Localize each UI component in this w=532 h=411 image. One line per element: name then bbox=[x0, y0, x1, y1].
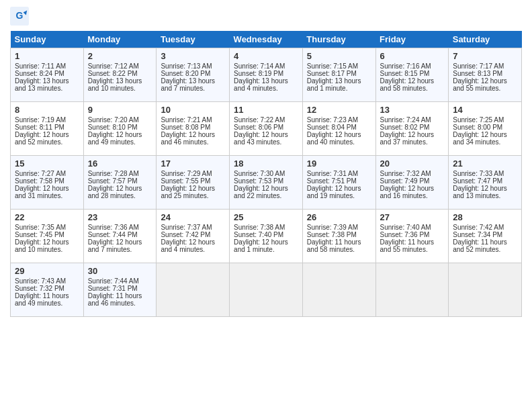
day-info: Daylight: 11 hours bbox=[307, 238, 371, 246]
day-info: and 7 minutes. bbox=[161, 85, 225, 92]
day-info: Sunset: 7:32 PM bbox=[15, 285, 79, 292]
day-number: 8 bbox=[15, 105, 79, 115]
day-info: and 52 minutes. bbox=[453, 246, 517, 253]
calendar-cell: 14Sunrise: 7:25 AMSunset: 8:00 PMDayligh… bbox=[449, 102, 522, 156]
day-number: 20 bbox=[380, 158, 445, 169]
day-info: and 19 minutes. bbox=[307, 192, 371, 199]
day-number: 28 bbox=[453, 212, 517, 222]
day-info: Sunrise: 7:19 AM bbox=[15, 116, 79, 124]
calendar-cell: 23Sunrise: 7:36 AMSunset: 7:44 PMDayligh… bbox=[83, 210, 157, 263]
day-info: Sunrise: 7:42 AM bbox=[453, 224, 517, 231]
day-number: 3 bbox=[161, 51, 225, 61]
calendar-cell: 5Sunrise: 7:15 AMSunset: 8:17 PMDaylight… bbox=[302, 48, 375, 102]
day-info: Sunset: 8:00 PM bbox=[453, 124, 517, 131]
day-number: 18 bbox=[234, 158, 298, 169]
day-info: Daylight: 13 hours bbox=[88, 77, 152, 85]
day-info: and 40 minutes. bbox=[307, 138, 371, 146]
calendar-cell: 26Sunrise: 7:39 AMSunset: 7:38 PMDayligh… bbox=[302, 210, 375, 263]
day-info: Sunset: 7:40 PM bbox=[234, 231, 298, 238]
day-number: 7 bbox=[453, 51, 517, 61]
day-info: and 49 minutes. bbox=[88, 138, 152, 146]
day-number: 24 bbox=[161, 212, 225, 222]
day-info: Sunset: 7:36 PM bbox=[380, 231, 445, 238]
day-info: Sunset: 7:34 PM bbox=[453, 231, 517, 238]
day-info: Sunrise: 7:39 AM bbox=[307, 224, 371, 231]
day-info: Sunset: 7:44 PM bbox=[88, 231, 152, 238]
day-info: and 25 minutes. bbox=[161, 192, 225, 199]
day-info: and 1 minute. bbox=[307, 85, 371, 92]
day-info: Daylight: 12 hours bbox=[161, 238, 225, 246]
day-info: Sunrise: 7:36 AM bbox=[88, 224, 152, 231]
day-info: Sunset: 7:55 PM bbox=[161, 177, 225, 185]
calendar-cell: 20Sunrise: 7:32 AMSunset: 7:49 PMDayligh… bbox=[375, 156, 449, 210]
day-info: Daylight: 13 hours bbox=[161, 77, 225, 85]
day-info: and 4 minutes. bbox=[234, 85, 298, 92]
calendar-cell: 8Sunrise: 7:19 AMSunset: 8:11 PMDaylight… bbox=[11, 102, 84, 156]
day-info: Daylight: 13 hours bbox=[15, 77, 79, 85]
day-info: Sunset: 8:02 PM bbox=[380, 124, 445, 131]
day-info: Sunset: 8:10 PM bbox=[88, 124, 152, 131]
day-info: and 52 minutes. bbox=[15, 138, 79, 146]
day-info: Sunset: 7:31 PM bbox=[88, 285, 152, 292]
day-info: Sunrise: 7:40 AM bbox=[380, 224, 445, 231]
day-info: Daylight: 12 hours bbox=[161, 131, 225, 138]
day-info: and 1 minute. bbox=[234, 246, 298, 253]
weekday-header-thursday: Thursday bbox=[302, 31, 375, 48]
day-info: Sunrise: 7:32 AM bbox=[380, 170, 445, 177]
day-info: Sunset: 7:51 PM bbox=[307, 177, 371, 185]
calendar-cell bbox=[230, 263, 303, 317]
day-number: 23 bbox=[88, 212, 152, 222]
day-info: and 43 minutes. bbox=[234, 138, 298, 146]
day-info: Sunrise: 7:24 AM bbox=[380, 116, 445, 124]
day-number: 27 bbox=[380, 212, 445, 222]
day-info: Sunrise: 7:29 AM bbox=[161, 170, 225, 177]
weekday-header-friday: Friday bbox=[375, 31, 449, 48]
day-info: Sunrise: 7:14 AM bbox=[234, 62, 298, 70]
day-number: 13 bbox=[380, 105, 445, 115]
day-info: Sunrise: 7:28 AM bbox=[88, 170, 152, 177]
day-info: and 13 minutes. bbox=[15, 85, 79, 92]
day-info: Daylight: 12 hours bbox=[15, 131, 79, 138]
day-info: and 46 minutes. bbox=[88, 300, 152, 307]
day-info: Daylight: 12 hours bbox=[234, 238, 298, 246]
day-info: and 37 minutes. bbox=[380, 138, 445, 146]
calendar-table: SundayMondayTuesdayWednesdayThursdayFrid… bbox=[10, 31, 522, 317]
day-info: Sunrise: 7:20 AM bbox=[88, 116, 152, 124]
day-info: and 28 minutes. bbox=[88, 192, 152, 199]
day-info: Sunset: 7:57 PM bbox=[88, 177, 152, 185]
day-number: 17 bbox=[161, 158, 225, 169]
day-info: Daylight: 13 hours bbox=[234, 77, 298, 85]
calendar-cell: 21Sunrise: 7:33 AMSunset: 7:47 PMDayligh… bbox=[449, 156, 522, 210]
day-info: Daylight: 12 hours bbox=[15, 238, 79, 246]
calendar-cell: 16Sunrise: 7:28 AMSunset: 7:57 PMDayligh… bbox=[83, 156, 157, 210]
day-info: Sunset: 8:17 PM bbox=[307, 70, 371, 77]
day-number: 2 bbox=[88, 51, 152, 61]
day-info: Daylight: 12 hours bbox=[15, 185, 79, 192]
calendar-cell: 1Sunrise: 7:11 AMSunset: 8:24 PMDaylight… bbox=[11, 48, 84, 102]
day-number: 4 bbox=[234, 51, 298, 61]
day-info: Sunrise: 7:17 AM bbox=[453, 62, 517, 70]
calendar-cell: 25Sunrise: 7:38 AMSunset: 7:40 PMDayligh… bbox=[230, 210, 303, 263]
day-info: Sunset: 7:38 PM bbox=[307, 231, 371, 238]
day-info: and 34 minutes. bbox=[453, 138, 517, 146]
day-info: and 58 minutes. bbox=[380, 85, 445, 92]
calendar-cell: 19Sunrise: 7:31 AMSunset: 7:51 PMDayligh… bbox=[302, 156, 375, 210]
logo: G bbox=[10, 7, 32, 26]
day-info: Sunrise: 7:38 AM bbox=[234, 224, 298, 231]
calendar-cell: 13Sunrise: 7:24 AMSunset: 8:02 PMDayligh… bbox=[375, 102, 449, 156]
day-info: Daylight: 12 hours bbox=[380, 185, 445, 192]
day-info: Sunrise: 7:37 AM bbox=[161, 224, 225, 231]
day-number: 30 bbox=[88, 266, 152, 276]
day-info: Sunset: 7:45 PM bbox=[15, 231, 79, 238]
day-info: Sunrise: 7:43 AM bbox=[15, 277, 79, 285]
weekday-header-tuesday: Tuesday bbox=[157, 31, 230, 48]
day-info: and 10 minutes. bbox=[15, 246, 79, 253]
weekday-header-sunday: Sunday bbox=[11, 31, 84, 48]
day-info: Sunrise: 7:23 AM bbox=[307, 116, 371, 124]
weekday-header-wednesday: Wednesday bbox=[230, 31, 303, 48]
day-info: Sunset: 8:04 PM bbox=[307, 124, 371, 131]
day-info: Sunset: 7:49 PM bbox=[380, 177, 445, 185]
day-info: Daylight: 11 hours bbox=[453, 238, 517, 246]
svg-text:G: G bbox=[16, 10, 24, 21]
calendar-cell: 9Sunrise: 7:20 AMSunset: 8:10 PMDaylight… bbox=[83, 102, 157, 156]
